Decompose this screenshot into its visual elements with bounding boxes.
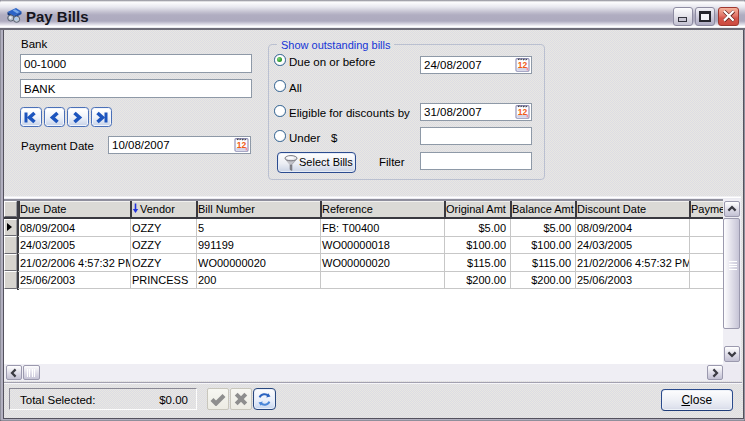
svg-text:12: 12 [518, 107, 528, 117]
svg-text:12: 12 [237, 140, 247, 150]
svg-text:12: 12 [518, 60, 528, 70]
